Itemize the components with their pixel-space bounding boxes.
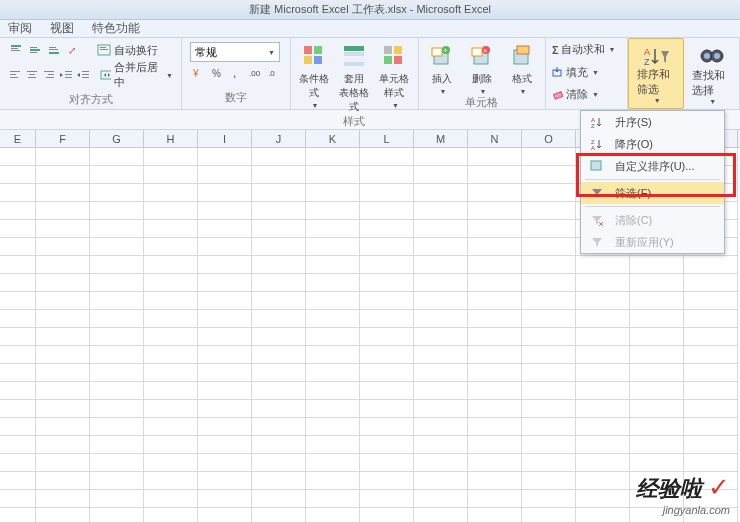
cell[interactable] xyxy=(144,364,198,382)
cell[interactable] xyxy=(414,256,468,274)
cell[interactable] xyxy=(576,454,630,472)
cell[interactable] xyxy=(306,472,360,490)
cell[interactable] xyxy=(198,184,252,202)
cell[interactable] xyxy=(144,508,198,522)
cell[interactable] xyxy=(198,364,252,382)
cell[interactable] xyxy=(306,328,360,346)
cell[interactable] xyxy=(36,436,90,454)
cell[interactable] xyxy=(306,310,360,328)
cell[interactable] xyxy=(306,508,360,522)
col-header[interactable]: J xyxy=(252,130,306,147)
cell[interactable] xyxy=(0,508,36,522)
cell[interactable] xyxy=(90,328,144,346)
cell[interactable] xyxy=(144,400,198,418)
cell[interactable] xyxy=(630,418,684,436)
cell[interactable] xyxy=(468,166,522,184)
clear-button[interactable]: 清除 ▼ xyxy=(552,87,621,102)
cell[interactable] xyxy=(576,310,630,328)
cell[interactable] xyxy=(0,328,36,346)
increase-indent-icon[interactable] xyxy=(76,67,90,83)
cell[interactable] xyxy=(414,346,468,364)
cell[interactable] xyxy=(468,148,522,166)
col-header[interactable]: F xyxy=(36,130,90,147)
cell[interactable] xyxy=(576,490,630,508)
cell[interactable] xyxy=(468,418,522,436)
wrap-text-button[interactable]: 自动换行 xyxy=(97,43,158,58)
cell[interactable] xyxy=(198,292,252,310)
cell[interactable] xyxy=(252,400,306,418)
cell[interactable] xyxy=(252,346,306,364)
cell[interactable] xyxy=(90,490,144,508)
merge-center-button[interactable]: 合并后居中 ▼ xyxy=(100,60,173,90)
cell[interactable] xyxy=(0,238,36,256)
cell[interactable] xyxy=(144,148,198,166)
delete-button[interactable]: × 删除 ▼ xyxy=(467,42,497,95)
cell[interactable] xyxy=(414,274,468,292)
cell[interactable] xyxy=(684,436,738,454)
cell[interactable] xyxy=(360,364,414,382)
cell[interactable] xyxy=(522,508,576,522)
cell[interactable] xyxy=(0,184,36,202)
cell[interactable] xyxy=(576,364,630,382)
cell[interactable] xyxy=(630,382,684,400)
cell[interactable] xyxy=(630,310,684,328)
cell[interactable] xyxy=(198,202,252,220)
cell[interactable] xyxy=(90,436,144,454)
cell[interactable] xyxy=(90,274,144,292)
cell[interactable] xyxy=(414,166,468,184)
cell[interactable] xyxy=(360,202,414,220)
cell[interactable] xyxy=(360,472,414,490)
cell[interactable] xyxy=(36,364,90,382)
cell[interactable] xyxy=(306,364,360,382)
cell[interactable] xyxy=(360,418,414,436)
cell[interactable] xyxy=(90,364,144,382)
insert-button[interactable]: + 插入 ▼ xyxy=(427,42,457,95)
cell[interactable] xyxy=(198,238,252,256)
cell[interactable] xyxy=(0,310,36,328)
cell[interactable] xyxy=(468,472,522,490)
cell[interactable] xyxy=(576,472,630,490)
cell[interactable] xyxy=(36,202,90,220)
cell[interactable] xyxy=(522,148,576,166)
cell[interactable] xyxy=(684,382,738,400)
cell[interactable] xyxy=(684,454,738,472)
cell[interactable] xyxy=(36,220,90,238)
cell[interactable] xyxy=(468,292,522,310)
cell[interactable] xyxy=(252,292,306,310)
align-top-icon[interactable] xyxy=(8,42,24,58)
cell[interactable] xyxy=(468,400,522,418)
cell[interactable] xyxy=(468,220,522,238)
cell[interactable] xyxy=(414,202,468,220)
cell[interactable] xyxy=(414,148,468,166)
cell[interactable] xyxy=(630,400,684,418)
fill-button[interactable]: 填充 ▼ xyxy=(552,65,621,80)
cell[interactable] xyxy=(252,418,306,436)
cell[interactable] xyxy=(522,202,576,220)
cell[interactable] xyxy=(90,382,144,400)
cell[interactable] xyxy=(360,256,414,274)
cell[interactable] xyxy=(360,310,414,328)
col-header[interactable]: O xyxy=(522,130,576,147)
cell[interactable] xyxy=(252,256,306,274)
cell[interactable] xyxy=(360,400,414,418)
cell[interactable] xyxy=(468,364,522,382)
cell[interactable] xyxy=(522,364,576,382)
menu-view[interactable]: 视图 xyxy=(50,20,74,37)
cell[interactable] xyxy=(306,436,360,454)
cell[interactable] xyxy=(468,346,522,364)
cell[interactable] xyxy=(414,238,468,256)
cell[interactable] xyxy=(360,220,414,238)
cell[interactable] xyxy=(576,400,630,418)
cell[interactable] xyxy=(522,328,576,346)
cell[interactable] xyxy=(252,274,306,292)
cell[interactable] xyxy=(684,418,738,436)
cell[interactable] xyxy=(684,292,738,310)
cell[interactable] xyxy=(414,220,468,238)
cell[interactable] xyxy=(198,382,252,400)
decrease-indent-icon[interactable] xyxy=(59,67,73,83)
cell[interactable] xyxy=(360,148,414,166)
cell[interactable] xyxy=(144,202,198,220)
cell[interactable] xyxy=(144,184,198,202)
cell[interactable] xyxy=(630,454,684,472)
cell[interactable] xyxy=(36,238,90,256)
